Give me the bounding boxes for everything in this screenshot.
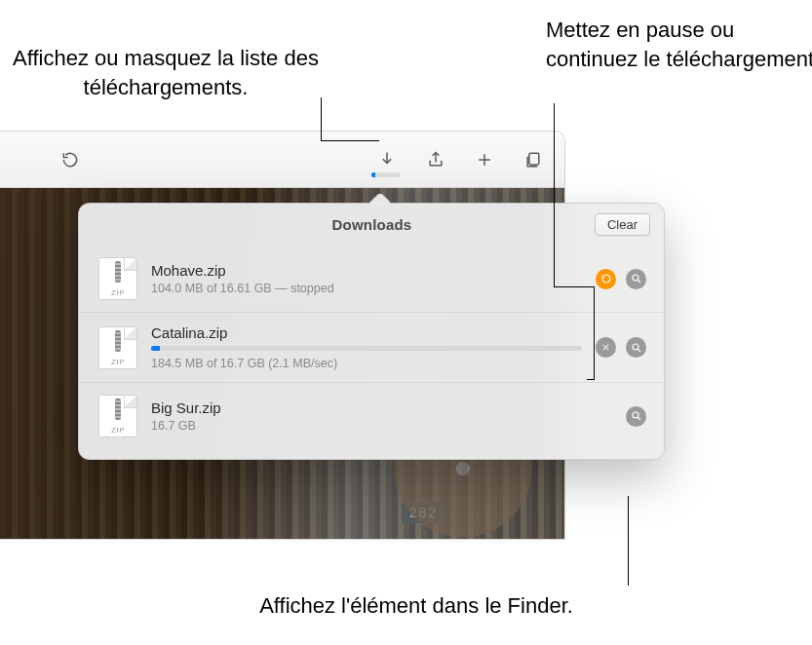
item-actions bbox=[596, 269, 646, 289]
callout-pause-resume: Mettez en pause ou continuez le téléchar… bbox=[546, 16, 812, 73]
new-tab-icon[interactable] bbox=[473, 148, 496, 171]
downloads-popover: Downloads Clear ZIP Mohave.zip 104.0 MB … bbox=[78, 203, 665, 460]
file-status: 184.5 MB of 16.7 GB (2.1 MB/sec) bbox=[151, 357, 582, 370]
callout-line bbox=[628, 496, 629, 586]
file-info: Big Sur.zip 16.7 GB bbox=[151, 399, 612, 433]
file-info: Mohave.zip 104.0 MB of 16.61 GB — stoppe… bbox=[151, 262, 582, 295]
zip-file-icon: ZIP bbox=[98, 326, 137, 369]
street-number: 282 bbox=[402, 502, 445, 523]
svg-point-3 bbox=[633, 412, 638, 418]
reveal-in-finder-button[interactable] bbox=[626, 337, 646, 358]
file-info: Catalina.zip 184.5 MB of 16.7 GB (2.1 MB… bbox=[151, 324, 582, 370]
callout-line bbox=[321, 97, 322, 140]
svg-rect-0 bbox=[529, 153, 539, 165]
download-item: ZIP Big Sur.zip 16.7 GB bbox=[79, 382, 664, 449]
download-item: ZIP Mohave.zip 104.0 MB of 16.61 GB — st… bbox=[79, 246, 664, 312]
file-ext-label: ZIP bbox=[98, 288, 137, 297]
file-name: Big Sur.zip bbox=[151, 399, 612, 416]
browser-toolbar bbox=[0, 132, 564, 188]
popover-header: Downloads Clear bbox=[79, 204, 664, 244]
item-actions bbox=[596, 337, 646, 358]
file-ext-label: ZIP bbox=[98, 358, 137, 366]
downloads-progress-indicator bbox=[371, 172, 401, 177]
zip-file-icon: ZIP bbox=[98, 257, 137, 300]
clear-button[interactable]: Clear bbox=[595, 213, 650, 236]
callout-show-hide: Affichez ou masquez la liste des télécha… bbox=[10, 44, 322, 101]
file-status: 104.0 MB of 16.61 GB — stopped bbox=[151, 282, 582, 295]
svg-point-1 bbox=[633, 275, 638, 281]
share-icon[interactable] bbox=[424, 148, 447, 171]
reveal-in-finder-button[interactable] bbox=[626, 269, 646, 289]
download-progress-bar bbox=[151, 346, 582, 351]
reload-icon[interactable] bbox=[58, 148, 82, 171]
file-status: 16.7 GB bbox=[151, 419, 612, 433]
popover-arrow bbox=[368, 194, 390, 205]
callout-line bbox=[554, 103, 555, 286]
callout-line bbox=[321, 140, 379, 141]
download-item: ZIP Catalina.zip 184.5 MB of 16.7 GB (2.… bbox=[79, 312, 664, 382]
popover-title: Downloads bbox=[149, 216, 595, 233]
resume-button[interactable] bbox=[596, 269, 616, 289]
file-name: Catalina.zip bbox=[151, 324, 582, 341]
svg-point-2 bbox=[633, 344, 638, 350]
callout-reveal-finder: Affichez l'élément dans le Finder. bbox=[173, 591, 660, 621]
file-name: Mohave.zip bbox=[151, 262, 582, 279]
item-actions bbox=[626, 406, 646, 427]
reveal-in-finder-button[interactable] bbox=[626, 406, 646, 427]
callout-bracket bbox=[587, 286, 595, 380]
zip-file-icon: ZIP bbox=[98, 395, 137, 437]
downloads-list: ZIP Mohave.zip 104.0 MB of 16.61 GB — st… bbox=[79, 244, 664, 459]
file-ext-label: ZIP bbox=[98, 426, 137, 435]
stop-button[interactable] bbox=[596, 337, 616, 358]
callout-line bbox=[554, 286, 587, 287]
tabs-overview-icon[interactable] bbox=[522, 148, 545, 171]
downloads-button[interactable] bbox=[375, 148, 399, 171]
